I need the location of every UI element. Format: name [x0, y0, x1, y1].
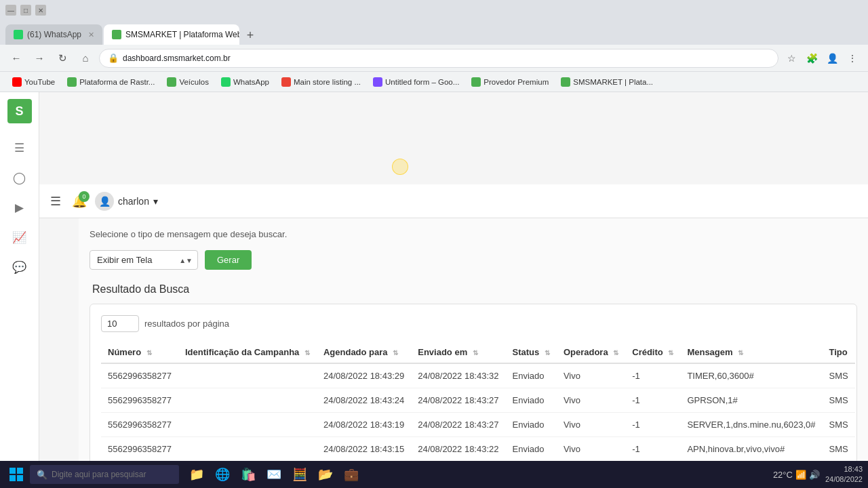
taskbar-app-store[interactable]: 🛍️ [236, 462, 260, 487]
col-status[interactable]: Status ⇅ [506, 342, 557, 363]
col-campanha[interactable]: Identificação da Campanha ⇅ [178, 342, 317, 363]
window-controls[interactable]: — □ ✕ [5, 5, 46, 16]
col-credito[interactable]: Crédito ⇅ [625, 342, 680, 363]
section-title: Resultado da Busca [90, 283, 857, 296]
forward-button[interactable]: → [30, 49, 49, 68]
col-operadora[interactable]: Operadora ⇅ [557, 342, 625, 363]
cell-mensagem: TIMER,60,3600# [680, 363, 822, 388]
cell-tipo: SMS [822, 413, 854, 437]
extensions-button[interactable]: 🧩 [803, 49, 821, 67]
tab-whatsapp[interactable]: (61) WhatsApp ✕ [5, 24, 102, 45]
bookmark-rastreamento[interactable]: Plataforma de Rastr... [62, 76, 160, 88]
sidebar-icon-menu[interactable]: ☰ [7, 136, 32, 160]
col-enviado[interactable]: Enviado em ⇅ [411, 342, 505, 363]
menu-button[interactable]: ⋮ [844, 49, 861, 67]
address-text: dashboard.smsmarket.com.br [123, 54, 231, 63]
sort-icon-operadora: ⇅ [613, 349, 618, 357]
cell-agendado: 24/08/2022 18:43:24 [317, 388, 411, 413]
col-tipo[interactable]: Tipo [822, 342, 854, 363]
instruction-text: Selecione o tipo de mensagem que deseja … [90, 229, 857, 239]
title-bar: — □ ✕ [0, 0, 868, 20]
cell-agendado: 24/08/2022 18:43:19 [317, 413, 411, 437]
taskbar-app-calc[interactable]: 🧮 [288, 462, 312, 487]
chevron-down-icon: ▾ [153, 196, 158, 207]
taskbar-right: 22°C 📶 🔊 18:43 24/08/2022 [773, 464, 863, 485]
tab-favicon-smsmarket [112, 30, 121, 39]
app-container: S ☰ ◯ ▶ 📈 💬 ☰ 🔔 0 👤 charlon ▾ Selecione … [0, 92, 868, 488]
close-button[interactable]: ✕ [35, 5, 46, 16]
star-button[interactable]: ☆ [783, 49, 800, 67]
taskbar-search[interactable]: 🔍 [30, 465, 179, 484]
main-content: Selecione o tipo de mensagem que deseja … [79, 218, 868, 488]
toolbar-icons: ☆ 🧩 👤 ⋮ [783, 49, 861, 67]
table-row: 556299635827724/08/2022 18:43:1524/08/20… [101, 437, 855, 462]
notifications-button[interactable]: 🔔 0 [72, 194, 87, 209]
cell-numero: 5562996358277 [101, 437, 178, 462]
gerar-button[interactable]: Gerar [205, 250, 252, 270]
start-button[interactable] [5, 464, 27, 485]
bookmark-untitled[interactable]: Untitled form – Goo... [368, 76, 465, 88]
bookmark-mainstore[interactable]: Main store listing ... [276, 76, 366, 88]
sidebar-icon-chart[interactable]: 📈 [7, 225, 32, 249]
tab-smsmarket[interactable]: SMSMARKET | Plataforma Web | ✕ [104, 24, 239, 45]
user-menu-button[interactable]: 👤 charlon ▾ [95, 192, 158, 211]
svg-rect-3 [17, 475, 23, 481]
hamburger-button[interactable]: ☰ [50, 194, 61, 209]
cell-campanha [178, 363, 317, 388]
filter-row: Exibir em Tela Exportar CSV Exportar Exc… [90, 250, 857, 270]
bookmark-whatsapp[interactable]: WhatsApp [216, 76, 275, 88]
cell-operadora: Vivo [557, 363, 625, 388]
col-numero[interactable]: Número ⇅ [101, 342, 178, 363]
maximize-button[interactable]: □ [20, 5, 31, 16]
bookmark-label-smsmarket: SMSMARKET | Plata... [573, 78, 653, 86]
app-topbar: ☰ 🔔 0 👤 charlon ▾ [39, 184, 868, 218]
table-row: 556299635827724/08/2022 18:43:1924/08/20… [101, 413, 855, 437]
temp-display: 22°C [773, 470, 793, 480]
sort-icon-mensagem: ⇅ [738, 349, 743, 357]
bookmark-label-rastreamento: Plataforma de Rastr... [79, 78, 155, 86]
bookmark-veiculos[interactable]: Veículos [161, 76, 214, 88]
taskbar-app-file[interactable]: 📁 [184, 462, 209, 487]
topbar-right: 🔔 0 👤 charlon ▾ [72, 192, 158, 211]
sort-icon-enviado: ⇅ [473, 349, 478, 357]
bookmark-label-provedor: Provedor Premium [484, 78, 549, 86]
profile-button[interactable]: 👤 [823, 49, 841, 67]
cell-numero: 5562996358277 [101, 363, 178, 388]
address-bar[interactable]: 🔒 dashboard.smsmarket.com.br [99, 49, 778, 68]
display-select[interactable]: Exibir em Tela Exportar CSV Exportar Exc… [90, 250, 198, 270]
windows-icon [9, 468, 23, 481]
refresh-button[interactable]: ↻ [53, 49, 72, 68]
lock-icon: 🔒 [108, 53, 119, 63]
back-button[interactable]: ← [7, 49, 26, 68]
cell-mensagem: SERVER,1,dns.mine.nu,6023,0# [680, 413, 822, 437]
cell-mensagem: APN,hinova.br,vivo,vivo# [680, 437, 822, 462]
sidebar-icon-send[interactable]: ▶ [7, 195, 32, 220]
bookmark-provedor[interactable]: Provedor Premium [466, 76, 554, 88]
taskbar-app-mail[interactable]: ✉️ [262, 462, 286, 487]
cell-status: Enviado [506, 363, 557, 388]
sidebar-icon-dashboard[interactable]: ◯ [7, 165, 32, 190]
bookmark-youtube[interactable]: YouTube [7, 76, 60, 88]
cell-numero: 5562996358277 [101, 413, 178, 437]
tab-close-whatsapp[interactable]: ✕ [88, 30, 94, 39]
taskbar-app-chrome[interactable]: 🌐 [210, 462, 235, 487]
bookmark-label-mainstore: Main store listing ... [294, 78, 361, 86]
sidebar-icon-chat[interactable]: 💬 [7, 255, 32, 279]
bookmark-label-youtube: YouTube [24, 78, 55, 86]
col-mensagem[interactable]: Mensagem ⇅ [680, 342, 822, 363]
per-page-select[interactable]: 10 25 50 [101, 315, 139, 332]
display-select-wrapper: Exibir em Tela Exportar CSV Exportar Exc… [90, 250, 198, 270]
taskbar-search-input[interactable] [52, 470, 167, 479]
system-tray-icons: 22°C 📶 🔊 [773, 470, 820, 480]
table-row: 556299635827724/08/2022 18:43:2924/08/20… [101, 363, 855, 388]
bookmark-smsmarket[interactable]: SMSMARKET | Plata... [555, 76, 658, 88]
home-button[interactable]: ⌂ [76, 49, 95, 68]
notification-badge: 0 [79, 191, 90, 202]
taskbar-app-files2[interactable]: 📂 [313, 462, 338, 487]
cell-tipo: SMS [822, 437, 854, 462]
browser-toolbar: ← → ↻ ⌂ 🔒 dashboard.smsmarket.com.br ☆ 🧩… [0, 45, 868, 72]
new-tab-button[interactable]: + [241, 26, 260, 45]
col-agendado[interactable]: Agendado para ⇅ [317, 342, 411, 363]
minimize-button[interactable]: — [5, 5, 16, 16]
taskbar-app-teams[interactable]: 💼 [339, 462, 363, 487]
